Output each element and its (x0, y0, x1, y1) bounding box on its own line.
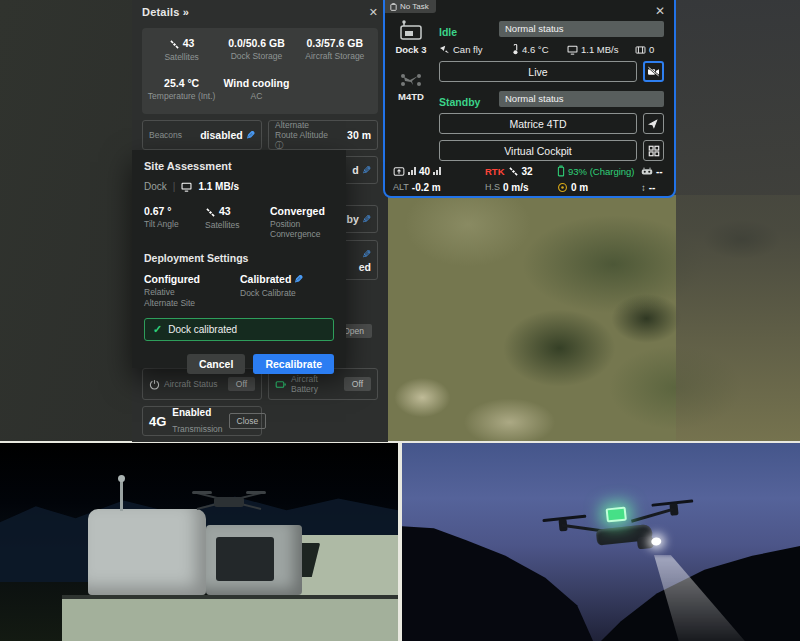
dock-module (88, 509, 206, 595)
satellite-icon (508, 166, 519, 177)
aircraft-name: M4TD (385, 91, 437, 102)
stream-off-button[interactable] (643, 61, 664, 82)
camera-off-icon (647, 66, 660, 77)
aircraft-status-off-button[interactable]: Off (228, 377, 255, 391)
stat-temperature: 25.4 °C Temperature (Int.) (146, 77, 217, 110)
home-distance-icon (557, 182, 568, 193)
stat-dock-storage: 0.0/50.6 GB Dock Storage (217, 37, 295, 71)
satellite-icon (205, 207, 216, 218)
task-clipboard-icon (390, 3, 397, 11)
drone-spotlight (651, 537, 662, 546)
battery-status: 93% (Charging) (557, 165, 641, 177)
stat-wind-cooling: Wind cooling AC (217, 77, 295, 110)
flying-drone-silhouette (196, 489, 262, 511)
close-icon[interactable]: ✕ (369, 7, 378, 18)
transmission-monitor-icon (567, 45, 578, 55)
satellite-icon (169, 39, 180, 50)
can-fly-indicator: Can fly (439, 44, 511, 55)
task-tab[interactable]: No Task (385, 0, 436, 13)
night-drone-silhouette (559, 495, 685, 567)
stat-satellites: 43 Satellites (146, 37, 217, 71)
4g-badge: 4G (149, 414, 166, 429)
4g-transmission-setting[interactable]: 4G Enabled Transmission Close (142, 406, 262, 436)
recalibrate-button[interactable]: Recalibrate (253, 354, 334, 374)
edit-pencil-icon[interactable]: ✎ (362, 213, 371, 226)
truck-dock-photo (0, 443, 398, 641)
edit-pencil-icon[interactable]: ✎ (362, 248, 371, 261)
truck-bed (62, 595, 398, 641)
alternate-route-altitude-setting[interactable]: Alternate Route Altitude ⓘ 30 m (268, 120, 378, 150)
media-count: 0 (635, 44, 654, 55)
live-button[interactable]: Live (439, 61, 637, 82)
virtual-cockpit-button[interactable]: Virtual Cockpit (439, 140, 637, 161)
check-icon: ✓ (153, 323, 162, 336)
signal-strength: 40 (393, 166, 485, 177)
info-icon[interactable]: ⓘ (275, 140, 284, 150)
signal-bars-icon (433, 167, 441, 175)
media-frames-icon (635, 45, 646, 55)
altitude-readout: ALT -0.2 m (393, 182, 485, 193)
dock-status-field[interactable]: Normal status (499, 21, 664, 37)
rc-status: -- (641, 166, 668, 177)
battery-icon (557, 165, 565, 177)
edit-pencil-icon[interactable]: ✎ (246, 129, 255, 142)
remote-controller-icon (641, 166, 653, 176)
hd-link-icon (393, 166, 405, 177)
stat-aircraft-storage: 0.3/57.6 GB Aircraft Storage (296, 37, 374, 71)
dock-open-bay (206, 525, 302, 595)
dock-name: Dock 3 (385, 44, 437, 55)
aircraft-state: Standby (439, 96, 480, 108)
stat-position-convergence: Converged Position Convergence (270, 205, 334, 239)
app-window: Details » ✕ 43 Satellites 0.0/50.6 GB Do… (0, 0, 800, 641)
signal-bars-icon (408, 167, 416, 175)
map-section: Details » ✕ 43 Satellites 0.0/50.6 GB Do… (0, 0, 800, 442)
quick-takeoff-button[interactable] (643, 113, 664, 134)
aircraft-battery-off-button[interactable]: Off (344, 377, 371, 391)
dock-device-icon[interactable] (385, 20, 437, 42)
4g-close-button[interactable]: Close (229, 413, 267, 429)
cockpit-grid-button[interactable] (643, 140, 664, 161)
aircraft-device-icon[interactable] (385, 71, 437, 89)
aircraft-status-field[interactable]: Normal status (499, 91, 664, 107)
stat-tilt-angle: 0.67 ° Tilt Angle (144, 205, 205, 239)
power-icon (149, 379, 160, 390)
beacons-setting[interactable]: Beacons disabled✎ (142, 120, 262, 150)
source-label: Dock (144, 181, 167, 192)
link-rate: 1.1 MB/s (198, 181, 239, 192)
horizontal-speed-readout: H.S 0 m/s (485, 182, 557, 193)
dock-stats-card: 43 Satellites 0.0/50.6 GB Dock Storage 0… (142, 28, 378, 114)
dock-temperature: 4.6 °C (511, 44, 567, 55)
battery-icon (275, 379, 287, 390)
location-arrow-icon (648, 118, 659, 129)
map-blur-edge (676, 0, 800, 442)
dock-link-rate: 1.1 MB/s (567, 44, 635, 55)
up-down-arrows-icon: ↕ (641, 182, 646, 193)
rtk-status: RTK 32 (485, 166, 557, 177)
transmission-monitor-icon (181, 182, 192, 192)
details-panel-title: Details » (142, 6, 189, 18)
dock-calibrated-banner: ✓ Dock calibrated (144, 318, 334, 341)
drone-beacon-screen (606, 507, 627, 523)
grid-icon (648, 145, 660, 157)
photo-strip (0, 441, 800, 641)
deployment-settings-title: Deployment Settings (144, 252, 334, 264)
cancel-button[interactable]: Cancel (187, 354, 245, 374)
edit-pencil-icon[interactable]: ✎ (294, 273, 303, 286)
stat-satellites: 43 Satellites (205, 205, 270, 239)
device-status-panel: No Task ✕ Dock 3 M4TD Idle Normal status… (383, 0, 676, 198)
thermometer-icon (511, 44, 519, 55)
close-icon[interactable]: ✕ (655, 5, 665, 17)
calibrated-item: Calibrated✎ Dock Calibrate (240, 273, 334, 307)
dock-state: Idle (439, 26, 457, 38)
modal-title: Site Assessment (144, 160, 334, 172)
dock-antenna (120, 481, 123, 511)
aircraft-model-button[interactable]: Matrice 4TD (439, 113, 637, 134)
vertical-speed-readout: ↕ -- (641, 182, 668, 193)
telemetry-block: 40 RTK 32 93% (Charging) -- (393, 163, 668, 195)
edit-pencil-icon[interactable]: ✎ (362, 164, 371, 177)
night-drone-photo (402, 443, 800, 641)
site-assessment-modal: Site Assessment Dock | 1.1 MB/s 0.67 ° T… (132, 150, 346, 368)
configured-item: Configured Relative Alternate Site (144, 273, 240, 307)
can-fly-drone-icon (439, 45, 450, 54)
home-distance-readout: 0 m (557, 182, 641, 193)
